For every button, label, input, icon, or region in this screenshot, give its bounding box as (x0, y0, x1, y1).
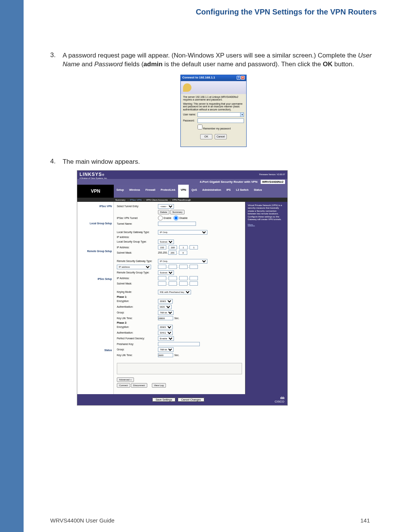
remote-ip-2[interactable] (169, 276, 177, 280)
ok-button[interactable]: OK (200, 134, 212, 139)
summary-button[interactable]: Summary (170, 210, 185, 214)
p1-klt-input[interactable] (158, 316, 173, 320)
step-4: 4. The main window appears. (50, 158, 377, 166)
remember-checkbox[interactable] (198, 125, 202, 129)
remote-gw-ip-4[interactable] (190, 265, 198, 269)
local-ip-4[interactable] (190, 245, 198, 249)
tab-protectlink[interactable]: ProtectLink (158, 185, 178, 198)
p2-klt-input[interactable] (158, 353, 173, 357)
tab-wireless[interactable]: Wireless (126, 185, 143, 198)
tab-setup[interactable]: Setup (114, 185, 126, 198)
username-dropdown-icon[interactable]: ▾ (240, 112, 244, 117)
viewlog-button[interactable]: View Log (152, 383, 166, 388)
remote-group-type-select[interactable]: Subnet (158, 270, 174, 275)
psk-input[interactable] (158, 342, 200, 346)
p1-klt-label: Key Life Time: (117, 317, 158, 320)
remember-checkbox-row[interactable]: Remember my password (198, 125, 244, 130)
tunnel-select[interactable]: --new-- (158, 204, 174, 209)
keying-select[interactable]: IKE with Preshared key (158, 290, 191, 294)
tab-status[interactable]: Status (251, 185, 264, 198)
local-ip-3[interactable] (179, 245, 188, 249)
cancel-changes-button[interactable]: Cancel Changes (178, 398, 204, 402)
password-input[interactable] (198, 118, 244, 123)
cancel-button[interactable]: Cancel (215, 134, 227, 139)
remote-gw-type-select[interactable]: IP Only (158, 259, 207, 264)
step-3-text: A password request page will appear. (No… (62, 51, 374, 69)
phase2-header: Phase 2: (117, 321, 242, 324)
tab-l2-switch[interactable]: L2 Switch (233, 185, 251, 198)
step-4-text: The main window appears. (62, 158, 374, 166)
subtab-summary[interactable]: Summary (115, 198, 125, 201)
router-title: 4-Port Gigabit Security Router with VPN (200, 180, 258, 184)
section-logo: VPN (77, 185, 114, 198)
local-ip-1[interactable] (158, 245, 166, 249)
username-label: User name: (183, 113, 198, 116)
keying-label: Keying Mode: (117, 291, 158, 293)
remember-label: Remember my password (203, 127, 231, 130)
remote-ip-1[interactable] (158, 276, 166, 280)
remote-mask-3[interactable] (179, 281, 188, 286)
brand-sub: A Division of Cisco Systems, Inc. (80, 177, 107, 179)
p1-enc-select[interactable]: 3DES (158, 299, 173, 304)
tab-vpn[interactable]: VPN (178, 185, 189, 198)
close-icon[interactable]: × (241, 76, 245, 80)
local-group-type-select[interactable]: Subnet (158, 240, 174, 244)
p2-group-label: Group: (117, 348, 158, 351)
step-3: 3. A password request page will appear. … (50, 51, 377, 69)
connect-button[interactable]: Connect (117, 383, 130, 388)
step-3-num: 3. (50, 51, 61, 59)
local-group-type-label: Local Security Group Type: (117, 240, 158, 243)
sec-label-1: Sec. (174, 317, 179, 320)
p2-auth-select[interactable]: SHA1 (158, 331, 173, 335)
local-mask-3[interactable] (168, 251, 177, 255)
remote-gw-ip-1[interactable] (158, 265, 166, 269)
tab-administration[interactable]: Administration (200, 185, 224, 198)
save-settings-button[interactable]: Save Settings (152, 398, 175, 402)
help-more-link[interactable]: More... (248, 224, 255, 226)
section-remote-group: Remote Group Setup (77, 248, 113, 254)
remote-mask-4[interactable] (190, 281, 198, 286)
remote-ip-mode-select[interactable]: IP address (117, 265, 151, 269)
subtab-ipsec-vpn[interactable]: IPSec VPN (130, 198, 142, 201)
advanced-button[interactable]: Advanced + (117, 377, 134, 382)
disable-radio[interactable]: Disable (174, 216, 188, 220)
remote-mask-1[interactable] (158, 281, 166, 286)
p1-auth-select[interactable]: MD5 (158, 305, 172, 309)
tab-ips[interactable]: IPS (224, 185, 233, 198)
pfs-select[interactable]: Enable (158, 336, 174, 341)
local-ip-2[interactable] (169, 245, 177, 249)
pfs-label: Perfect Forward Secrecy: (117, 337, 158, 340)
xp-key-icon-area (181, 81, 246, 94)
p1-group-select[interactable]: 768-bit (158, 310, 174, 315)
remote-mask-2[interactable] (169, 281, 177, 286)
local-gw-type-select[interactable]: IP Only (158, 230, 207, 235)
disconnect-button[interactable]: Disconnect (131, 383, 147, 388)
remote-gw-ip-2[interactable] (169, 265, 177, 269)
delete-button[interactable]: Delete (158, 210, 169, 214)
cisco-logo: ıılıılıı CISCO (275, 396, 284, 403)
page-number: 141 (360, 517, 370, 524)
xp-msg-1: The server 192.168.1.1 at Linksys WRVS44… (183, 96, 244, 101)
remote-ip-3[interactable] (179, 276, 188, 280)
help-icon[interactable]: ? (237, 76, 241, 80)
local-mask-4[interactable] (179, 251, 187, 255)
cisco-text: CISCO (275, 400, 284, 403)
p2-enc-select[interactable]: 3DES (158, 325, 173, 329)
subtab-vpn-client-accounts[interactable]: VPN Client Accounts (146, 198, 168, 201)
tab-qos[interactable]: QoS (189, 185, 199, 198)
remote-ip-4[interactable] (190, 276, 198, 280)
brand-text: LINKSYS (80, 172, 102, 177)
phase1-header: Phase 1: (117, 296, 242, 298)
firmware-version: Firmware Version: V2.00.07 (259, 173, 285, 176)
tab-firewall[interactable]: Firewall (143, 185, 158, 198)
remote-gw-type-label: Remote Security Gateway Type: (117, 260, 158, 262)
tunnel-name-input[interactable] (158, 222, 196, 226)
remote-gw-ip-3[interactable] (179, 265, 188, 269)
p2-group-select[interactable]: 768-bit (158, 347, 174, 352)
subtab-vpn-passthrough[interactable]: VPN Passthrough (172, 198, 191, 201)
xp-titlebar: Connect to 192.168.1.1 × ? (181, 75, 246, 81)
username-input[interactable] (198, 112, 241, 117)
mask-prefix: 255.255. (158, 251, 167, 254)
linksys-logo: LINKSYS® A Division of Cisco Systems, In… (80, 172, 107, 179)
enable-radio[interactable]: Enable (158, 216, 171, 220)
